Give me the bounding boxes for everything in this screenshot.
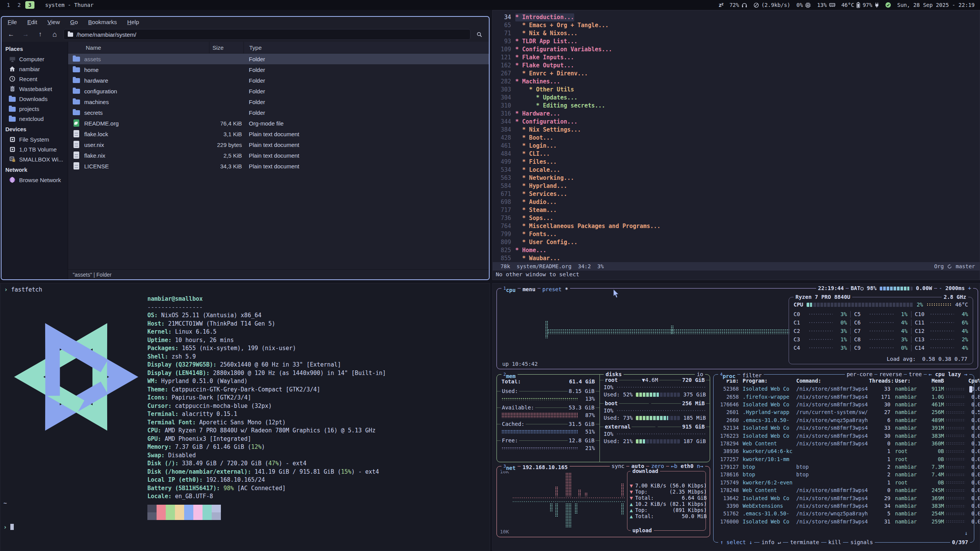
net-tab[interactable]: 3net	[501, 463, 518, 471]
org-heading-line[interactable]: 162 * Flake Output...	[493, 62, 980, 70]
process-row[interactable]: 38936 kworker/u64:6-kc 1 root 0B 0.0	[714, 447, 974, 455]
sidebar-item-volume[interactable]: 1,0 TB Volume	[2, 144, 68, 154]
process-row[interactable]: 52368 Isolated Web Co /nix/store/sm8fmrf…	[714, 385, 974, 393]
disks-tab[interactable]: disks	[604, 371, 624, 378]
org-heading-line[interactable]: 109 * Configuration Variables...	[493, 46, 980, 54]
process-row[interactable]: 177257 kworker/10:1-mm_ 1 root 0B 0.0	[714, 455, 974, 463]
update-interval[interactable]: - 2000ms +	[937, 285, 973, 292]
process-row[interactable]: 178294 Web Content /nix/store/sm8fmrf3wp…	[714, 440, 974, 447]
shell-prompt[interactable]: ~ ›	[3, 483, 24, 548]
process-row[interactable]: 3390 WebExtensions /nix/store/sm8fmrf3wp…	[714, 502, 974, 510]
net-iface-switcher[interactable]: ←b eth0 n→	[669, 463, 705, 469]
org-heading-line[interactable]: 303 * Other Utils	[493, 86, 980, 94]
file-row[interactable]: flake.lock 3,1 KiB Plain text document	[68, 129, 489, 139]
sidebar-item-wastebasket[interactable]: Wastebasket	[2, 84, 68, 94]
org-heading-line[interactable]: 304 * Updates...	[493, 94, 980, 102]
sidebar-item-computer[interactable]: Computer	[2, 54, 68, 64]
sidebar-item-file-system[interactable]: File System	[2, 134, 68, 144]
proc-tab[interactable]: 4proc	[718, 371, 737, 380]
file-row[interactable]: LICENSE 34,3 KiB Plain text document	[68, 161, 489, 171]
sort-mode-switcher[interactable]: ← cpu lazy →	[927, 371, 969, 378]
org-heading-line[interactable]: 717 * Steam...	[493, 206, 980, 214]
workspace-3-active[interactable]: 3	[25, 1, 34, 9]
workspace-2[interactable]: 2	[15, 1, 24, 9]
org-heading-line[interactable]: 698 * Audio...	[493, 198, 980, 206]
process-row[interactable]: 52134 Isolated Web Co /nix/store/sm8fmrf…	[714, 424, 974, 432]
process-row[interactable]: 178616 btop btop 2 nambiar 7.4M 0.0	[714, 471, 974, 478]
home-button[interactable]: ⌂	[49, 29, 60, 40]
process-row[interactable]: 179127 btop btop 2 nambiar 7.3M 0.0	[714, 463, 974, 471]
process-row[interactable]: 51762 .emacs-31.0.50- /nix/store/wnqz5pa…	[714, 510, 974, 517]
back-button[interactable]: ←	[5, 29, 17, 40]
key-hint-info[interactable]: info ↵	[760, 539, 783, 546]
column-command[interactable]: Command:	[796, 378, 869, 384]
process-row[interactable]: 2601 .Hyprland-wrapp /run/current-system…	[714, 408, 974, 416]
menu-item[interactable]: Bookmarks	[88, 19, 117, 25]
io-toggle[interactable]: io	[695, 371, 705, 378]
preset-button[interactable]: preset *	[541, 286, 570, 293]
per-core-toggle[interactable]: per-core	[845, 371, 874, 378]
path-bar[interactable]: /home/nambiar/system/	[64, 29, 470, 40]
org-heading-line[interactable]: 316 * Hardware...	[493, 110, 980, 118]
org-heading-line[interactable]: 799 * Fonts...	[493, 230, 980, 238]
process-row[interactable]: 2658 .firefox-wrappe /nix/store/sm8fmrf3…	[714, 393, 974, 400]
process-row[interactable]: 176000 Isolated Web Co /nix/store/sm8fmr…	[714, 518, 974, 525]
proc-scrollbar-thumb[interactable]	[969, 386, 972, 393]
file-row[interactable]: secrets Folder	[68, 107, 489, 118]
process-row[interactable]: 176646 Isolated Web Co /nix/store/sm8fmr…	[714, 401, 974, 408]
sidebar-item-downloads[interactable]: Downloads	[2, 94, 68, 104]
org-heading-line[interactable]: 267 * Envrc + Direnv...	[493, 70, 980, 78]
org-heading-line[interactable]: 344 * Configuration...	[493, 118, 980, 126]
key-hint-signals[interactable]: signals	[848, 539, 875, 546]
org-heading-line[interactable]: 809 * User Config...	[493, 238, 980, 246]
org-heading-line[interactable]: 736 * Sops...	[493, 214, 980, 222]
file-row[interactable]: configuration Folder	[68, 86, 489, 96]
org-heading-line[interactable]: 855 * Waubar...	[493, 254, 980, 262]
process-row[interactable]: 2660 .emacs-31.0.50- /nix/store/wnqz5pa8…	[714, 416, 974, 424]
org-heading-line[interactable]: 34 * Introduction...	[493, 13, 980, 21]
sidebar-item-browse-network[interactable]: Browse Network	[2, 175, 68, 185]
file-row[interactable]: assets Folder	[68, 54, 489, 64]
key-hint-select[interactable]: ↑ select ↓	[718, 539, 754, 546]
org-heading-line[interactable]: 484 * CLI...	[493, 150, 980, 158]
org-heading-line[interactable]: 671 * Services...	[493, 190, 980, 198]
proc-filter-button[interactable]: filter	[740, 372, 764, 379]
org-heading-line[interactable]: 764 * Miscellaneous Packages and Program…	[493, 222, 980, 230]
workspace-1[interactable]: 1	[4, 1, 13, 9]
org-heading-line[interactable]: 71 * Nix & Nixos...	[493, 29, 980, 37]
org-heading-line[interactable]: 563 * Networking...	[493, 174, 980, 182]
menu-item[interactable]: Help	[127, 19, 139, 25]
column-user[interactable]: User:	[890, 378, 926, 384]
org-heading-line[interactable]: 121 * Flake Inputs...	[493, 54, 980, 62]
org-heading-line[interactable]: 499 * Files...	[493, 158, 980, 166]
process-row[interactable]: 176223 Isolated Web Co /nix/store/sm8fmr…	[714, 432, 974, 439]
file-row[interactable]: flake.nix 2,5 KiB Plain text document	[68, 150, 489, 161]
process-row[interactable]: 175749 kworker/6:2-even 1 root 0B 0.0	[714, 479, 974, 486]
key-hint-terminate[interactable]: terminate	[788, 539, 821, 546]
column-mem[interactable]: MemB	[926, 378, 944, 384]
menu-item[interactable]: File	[8, 19, 17, 25]
search-button[interactable]	[474, 29, 485, 40]
file-row[interactable]: user.nix 229 bytes Plain text document	[68, 139, 489, 150]
file-row[interactable]: README.org 76,4 KiB Org-mode file	[68, 118, 489, 129]
file-row[interactable]: machines Folder	[68, 96, 489, 107]
sidebar-item-smallbox[interactable]: SMALLBOX Wi...	[2, 154, 68, 164]
tree-toggle[interactable]: tree	[907, 371, 924, 378]
menu-item[interactable]: View	[47, 19, 60, 25]
process-row[interactable]: 178248 Web Content /nix/store/sm8fmrf3wp…	[714, 486, 974, 494]
org-heading-line[interactable]: 93 * TLDR App List...	[493, 37, 980, 46]
org-heading-line[interactable]: 310 * Editing secrets...	[493, 102, 980, 110]
org-heading-line[interactable]: 825 * Home...	[493, 246, 980, 254]
org-heading-line[interactable]: 384 * Nix Settings...	[493, 126, 980, 134]
org-heading-line[interactable]: 461 * Login...	[493, 142, 980, 150]
mem-tab[interactable]: 2mem	[501, 371, 518, 380]
up-button[interactable]: ↑	[34, 29, 46, 40]
key-hint-kill[interactable]: kill	[826, 539, 843, 546]
sidebar-item-projects[interactable]: projects	[2, 104, 68, 114]
net-sync-toggle[interactable]: sync	[610, 463, 627, 469]
org-heading-line[interactable]: 65 * Emacs + Org + Tangle...	[493, 21, 980, 29]
column-header-size[interactable]: Size	[209, 42, 243, 53]
forward-button[interactable]: →	[20, 29, 31, 40]
reverse-toggle[interactable]: reverse	[877, 371, 904, 378]
org-heading-line[interactable]: 282 * Machines...	[493, 78, 980, 86]
